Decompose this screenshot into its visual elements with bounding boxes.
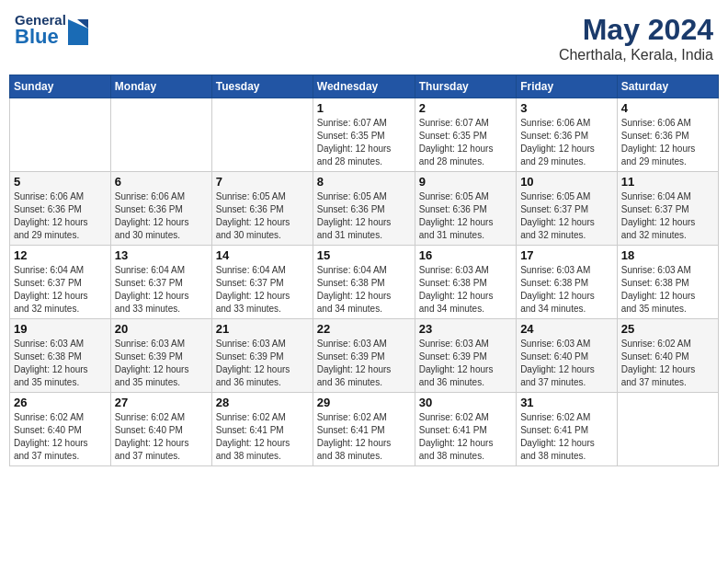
day-info: Sunrise: 6:02 AM Sunset: 6:41 PM Dayligh… [216, 411, 309, 463]
calendar-cell: 5Sunrise: 6:06 AM Sunset: 6:36 PM Daylig… [10, 172, 111, 246]
week-row-1: 1Sunrise: 6:07 AM Sunset: 6:35 PM Daylig… [10, 98, 719, 172]
day-number: 13 [115, 248, 208, 262]
calendar-cell: 26Sunrise: 6:02 AM Sunset: 6:40 PM Dayli… [10, 393, 111, 466]
day-info: Sunrise: 6:05 AM Sunset: 6:37 PM Dayligh… [520, 190, 613, 242]
day-info: Sunrise: 6:02 AM Sunset: 6:40 PM Dayligh… [621, 338, 714, 389]
day-number: 15 [317, 248, 411, 262]
calendar-cell: 18Sunrise: 6:03 AM Sunset: 6:38 PM Dayli… [617, 246, 718, 319]
day-number: 25 [621, 322, 714, 336]
header-thursday: Thursday [415, 75, 516, 98]
day-number: 5 [14, 175, 107, 189]
calendar-header-row: Sunday Monday Tuesday Wednesday Thursday… [10, 75, 719, 98]
calendar-cell: 25Sunrise: 6:02 AM Sunset: 6:40 PM Dayli… [617, 319, 718, 393]
day-number: 2 [419, 101, 512, 115]
calendar-cell [211, 98, 313, 172]
day-number: 8 [317, 175, 411, 189]
day-info: Sunrise: 6:03 AM Sunset: 6:39 PM Dayligh… [115, 338, 208, 389]
day-info: Sunrise: 6:03 AM Sunset: 6:40 PM Dayligh… [520, 338, 613, 389]
day-info: Sunrise: 6:05 AM Sunset: 6:36 PM Dayligh… [317, 190, 411, 242]
calendar-cell: 11Sunrise: 6:04 AM Sunset: 6:37 PM Dayli… [617, 172, 718, 246]
header-sunday: Sunday [10, 75, 111, 98]
calendar-cell: 15Sunrise: 6:04 AM Sunset: 6:38 PM Dayli… [313, 246, 415, 319]
day-number: 3 [520, 101, 613, 115]
day-number: 26 [14, 396, 107, 409]
day-number: 16 [419, 248, 512, 262]
calendar-cell: 2Sunrise: 6:07 AM Sunset: 6:35 PM Daylig… [415, 98, 516, 172]
day-number: 31 [520, 396, 613, 409]
day-number: 21 [216, 322, 309, 336]
day-number: 20 [115, 322, 208, 336]
day-info: Sunrise: 6:03 AM Sunset: 6:39 PM Dayligh… [216, 338, 309, 389]
day-info: Sunrise: 6:03 AM Sunset: 6:39 PM Dayligh… [419, 338, 512, 389]
day-info: Sunrise: 6:06 AM Sunset: 6:36 PM Dayligh… [115, 190, 208, 242]
week-row-4: 19Sunrise: 6:03 AM Sunset: 6:38 PM Dayli… [10, 319, 719, 393]
day-number: 12 [14, 248, 107, 262]
day-info: Sunrise: 6:06 AM Sunset: 6:36 PM Dayligh… [621, 117, 714, 168]
calendar-cell [110, 98, 211, 172]
week-row-3: 12Sunrise: 6:04 AM Sunset: 6:37 PM Dayli… [10, 246, 719, 319]
day-number: 6 [115, 175, 208, 189]
day-number: 30 [419, 396, 512, 409]
calendar-cell: 6Sunrise: 6:06 AM Sunset: 6:36 PM Daylig… [110, 172, 211, 246]
day-info: Sunrise: 6:02 AM Sunset: 6:40 PM Dayligh… [115, 411, 208, 463]
logo-blue-text: Blue [15, 27, 66, 47]
calendar-cell: 28Sunrise: 6:02 AM Sunset: 6:41 PM Dayli… [211, 393, 313, 466]
day-info: Sunrise: 6:03 AM Sunset: 6:39 PM Dayligh… [317, 338, 411, 389]
calendar-cell: 16Sunrise: 6:03 AM Sunset: 6:38 PM Dayli… [415, 246, 516, 319]
logo-icon [68, 19, 88, 45]
day-info: Sunrise: 6:05 AM Sunset: 6:36 PM Dayligh… [216, 190, 309, 242]
calendar-cell: 12Sunrise: 6:04 AM Sunset: 6:37 PM Dayli… [10, 246, 111, 319]
day-number: 29 [317, 396, 411, 409]
header: General Blue May 2024 Cherthala, Kerala,… [9, 9, 719, 67]
day-number: 24 [520, 322, 613, 336]
title-section: May 2024 Cherthala, Kerala, India [559, 13, 713, 63]
day-info: Sunrise: 6:05 AM Sunset: 6:36 PM Dayligh… [419, 190, 512, 242]
day-number: 14 [216, 248, 309, 262]
day-info: Sunrise: 6:02 AM Sunset: 6:41 PM Dayligh… [520, 411, 613, 463]
day-number: 23 [419, 322, 512, 336]
calendar-cell: 21Sunrise: 6:03 AM Sunset: 6:39 PM Dayli… [211, 319, 313, 393]
day-number: 19 [14, 322, 107, 336]
calendar-cell [617, 393, 718, 466]
calendar-cell: 13Sunrise: 6:04 AM Sunset: 6:37 PM Dayli… [110, 246, 211, 319]
day-number: 1 [317, 101, 411, 115]
header-saturday: Saturday [617, 75, 718, 98]
logo: General Blue [15, 13, 88, 47]
day-info: Sunrise: 6:06 AM Sunset: 6:36 PM Dayligh… [520, 117, 613, 168]
day-number: 22 [317, 322, 411, 336]
calendar-subtitle: Cherthala, Kerala, India [559, 47, 713, 63]
calendar-cell: 17Sunrise: 6:03 AM Sunset: 6:38 PM Dayli… [517, 246, 618, 319]
day-number: 17 [520, 248, 613, 262]
calendar-cell: 29Sunrise: 6:02 AM Sunset: 6:41 PM Dayli… [313, 393, 415, 466]
day-info: Sunrise: 6:04 AM Sunset: 6:37 PM Dayligh… [621, 190, 714, 242]
header-wednesday: Wednesday [313, 75, 415, 98]
calendar-cell: 1Sunrise: 6:07 AM Sunset: 6:35 PM Daylig… [313, 98, 415, 172]
week-row-2: 5Sunrise: 6:06 AM Sunset: 6:36 PM Daylig… [10, 172, 719, 246]
day-info: Sunrise: 6:04 AM Sunset: 6:37 PM Dayligh… [216, 264, 309, 316]
day-info: Sunrise: 6:06 AM Sunset: 6:36 PM Dayligh… [14, 190, 107, 242]
day-number: 10 [520, 175, 613, 189]
week-row-5: 26Sunrise: 6:02 AM Sunset: 6:40 PM Dayli… [10, 393, 719, 466]
day-info: Sunrise: 6:03 AM Sunset: 6:38 PM Dayligh… [520, 264, 613, 316]
header-tuesday: Tuesday [211, 75, 313, 98]
day-number: 11 [621, 175, 714, 189]
calendar-table: Sunday Monday Tuesday Wednesday Thursday… [9, 75, 719, 466]
day-number: 27 [115, 396, 208, 409]
calendar-title: May 2024 [559, 13, 713, 47]
day-info: Sunrise: 6:04 AM Sunset: 6:37 PM Dayligh… [115, 264, 208, 316]
calendar-cell: 10Sunrise: 6:05 AM Sunset: 6:37 PM Dayli… [517, 172, 618, 246]
header-monday: Monday [110, 75, 211, 98]
day-number: 28 [216, 396, 309, 409]
day-info: Sunrise: 6:03 AM Sunset: 6:38 PM Dayligh… [14, 338, 107, 389]
day-info: Sunrise: 6:02 AM Sunset: 6:41 PM Dayligh… [317, 411, 411, 463]
day-number: 7 [216, 175, 309, 189]
calendar-cell: 23Sunrise: 6:03 AM Sunset: 6:39 PM Dayli… [415, 319, 516, 393]
day-number: 4 [621, 101, 714, 115]
calendar-cell: 8Sunrise: 6:05 AM Sunset: 6:36 PM Daylig… [313, 172, 415, 246]
calendar-cell: 9Sunrise: 6:05 AM Sunset: 6:36 PM Daylig… [415, 172, 516, 246]
calendar-cell: 20Sunrise: 6:03 AM Sunset: 6:39 PM Dayli… [110, 319, 211, 393]
day-info: Sunrise: 6:07 AM Sunset: 6:35 PM Dayligh… [317, 117, 411, 168]
day-info: Sunrise: 6:04 AM Sunset: 6:37 PM Dayligh… [14, 264, 107, 316]
header-friday: Friday [517, 75, 618, 98]
calendar-cell: 14Sunrise: 6:04 AM Sunset: 6:37 PM Dayli… [211, 246, 313, 319]
